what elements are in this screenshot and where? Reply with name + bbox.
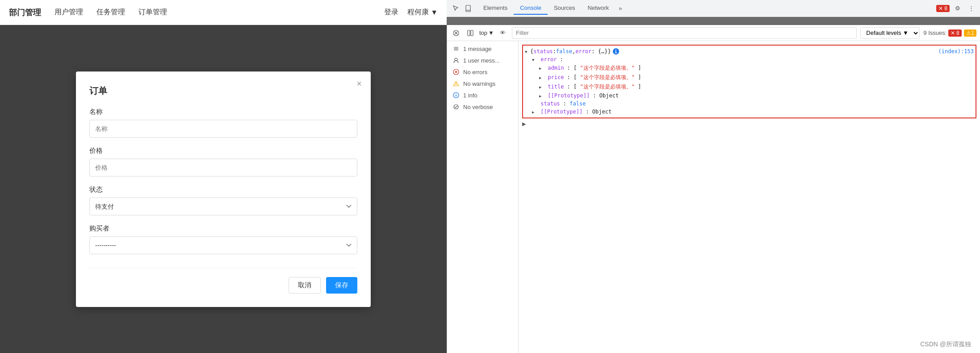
- svg-rect-0: [466, 5, 470, 12]
- filter-input[interactable]: [512, 27, 857, 39]
- expand-error-arrow[interactable]: [532, 56, 537, 63]
- issues-count: 9 Issues: ✕8 ⚠1: [923, 29, 976, 37]
- order-modal: 订单 × 名称 价格 状态 待支付 已支付: [76, 71, 371, 307]
- console-main-text: {: [530, 48, 533, 55]
- sidebar-verbose-label: No verbose: [463, 104, 493, 110]
- expand-price-arrow[interactable]: [539, 74, 544, 80]
- svg-rect-5: [468, 30, 470, 36]
- sidebar-info[interactable]: 1 info: [447, 89, 518, 101]
- console-output: { status : false , error : {…}} i (index…: [519, 41, 980, 353]
- name-field-group: 名称: [89, 108, 357, 138]
- nav-right: 登录 程何康 ▼: [384, 8, 438, 17]
- devtools-device-btn[interactable]: [463, 3, 473, 14]
- error-icon: [452, 68, 460, 76]
- obj-price: price : [ "这个字段是必填项。" ]: [525, 73, 974, 82]
- expand-proto2-arrow[interactable]: [532, 109, 537, 115]
- svg-rect-6: [471, 30, 473, 36]
- devtools-toolbar: top ▼ 👁 Default levels ▼ 9 Issues: ✕8 ⚠1: [447, 25, 980, 41]
- sidebar-info-label: 1 info: [463, 92, 477, 99]
- toggle-sidebar-btn[interactable]: [465, 28, 476, 38]
- settings-btn[interactable]: ⚙: [952, 3, 963, 14]
- cancel-button[interactable]: 取消: [289, 277, 321, 294]
- buyer-field-group: 购买者 ----------: [89, 224, 357, 254]
- modal-close-button[interactable]: ×: [356, 79, 362, 89]
- console-main-line: { status : false , error : {…}} i (index…: [525, 47, 974, 55]
- sidebar-warnings[interactable]: No warnings: [447, 78, 518, 89]
- sidebar-messages[interactable]: 1 message: [447, 43, 518, 55]
- tab-more[interactable]: »: [615, 2, 625, 14]
- list-icon: [452, 45, 460, 52]
- console-more-arrow[interactable]: ▶: [519, 120, 980, 128]
- obj-error-key: error :: [525, 55, 974, 63]
- save-button[interactable]: 保存: [326, 277, 357, 294]
- sidebar-user-messages-label: 1 user mess...: [463, 57, 500, 64]
- buyer-label: 购买者: [89, 224, 357, 233]
- svg-point-10: [455, 58, 457, 61]
- sidebar-errors[interactable]: No errors: [447, 66, 518, 78]
- eye-btn[interactable]: 👁: [498, 28, 508, 38]
- tab-sources[interactable]: Sources: [548, 2, 582, 15]
- modal-overlay: 订单 × 名称 价格 状态 待支付 已支付: [0, 25, 447, 353]
- more-options-btn[interactable]: ⋮: [966, 3, 976, 14]
- expand-title-arrow[interactable]: [539, 84, 544, 90]
- nav-user-mgmt[interactable]: 用户管理: [54, 6, 83, 19]
- brand-label: 部门管理: [9, 7, 41, 18]
- buyer-select[interactable]: ----------: [89, 236, 357, 254]
- modal-footer: 取消 保存: [89, 268, 357, 294]
- console-error-output: { status : false , error : {…}} i (index…: [522, 45, 976, 118]
- devtools-icons: ✕ 8 ⚙ ⋮: [936, 3, 976, 14]
- nav-task-mgmt[interactable]: 任务管理: [96, 6, 125, 19]
- nav-order-mgmt[interactable]: 订单管理: [138, 6, 167, 19]
- sidebar-messages-label: 1 message: [463, 46, 492, 52]
- tab-console[interactable]: Console: [514, 2, 548, 15]
- levels-select[interactable]: Default levels ▼: [860, 27, 920, 39]
- warning-icon: [452, 80, 460, 87]
- main-area: 订单 × 名称 价格 状态 待支付 已支付: [0, 25, 980, 353]
- devtools-inspect-btn[interactable]: [450, 3, 461, 14]
- status-label: 状态: [89, 185, 357, 194]
- sidebar-user-messages[interactable]: 1 user mess...: [447, 55, 518, 66]
- user-menu[interactable]: 程何康 ▼: [407, 8, 438, 17]
- modal-title: 订单: [89, 85, 357, 97]
- top-label: top: [479, 29, 487, 36]
- obj-admin: admin : [ "这个字段是必填项。" ]: [525, 63, 974, 73]
- price-input[interactable]: [89, 159, 357, 176]
- price-label: 价格: [89, 147, 357, 155]
- info-circle-icon: [452, 92, 460, 99]
- obj-title: title : [ "这个字段是必填项。" ]: [525, 82, 974, 92]
- login-link[interactable]: 登录: [384, 8, 398, 17]
- svg-point-15: [456, 85, 456, 85]
- expand-root-arrow[interactable]: [525, 48, 530, 55]
- sidebar-warnings-label: No warnings: [463, 80, 495, 87]
- devtools-panel: top ▼ 👁 Default levels ▼ 9 Issues: ✕8 ⚠1: [447, 25, 980, 353]
- clear-console-btn[interactable]: [451, 28, 461, 38]
- navbar: 部门管理 用户管理 任务管理 订单管理 登录 程何康 ▼: [0, 0, 447, 25]
- user-icon: [452, 57, 460, 64]
- error-count-badge: ✕8: [948, 29, 962, 37]
- console-sidebar: 1 message 1 user mess... No errors: [447, 41, 519, 353]
- app-background: 订单 × 名称 价格 状态 待支付 已支付: [0, 25, 447, 353]
- expand-admin-arrow[interactable]: [539, 65, 544, 71]
- warning-count-badge: ⚠1: [964, 29, 976, 37]
- tab-elements[interactable]: Elements: [477, 2, 514, 15]
- sidebar-errors-label: No errors: [463, 69, 487, 76]
- expand-proto1-arrow[interactable]: [539, 92, 544, 99]
- info-badge-icon: i: [613, 48, 619, 55]
- obj-status: status : false: [525, 100, 974, 108]
- tab-network[interactable]: Network: [582, 2, 616, 15]
- console-source: (index):153: [938, 48, 974, 55]
- watermark: CSDN @所谓孤独: [920, 340, 971, 349]
- sidebar-verbose[interactable]: No verbose: [447, 101, 518, 113]
- issues-badge: ✕ 8: [936, 5, 950, 12]
- devtools-body: 1 message 1 user mess... No errors: [447, 41, 980, 353]
- svg-point-18: [456, 94, 456, 94]
- context-selector[interactable]: top ▼: [479, 29, 494, 36]
- name-label: 名称: [89, 108, 357, 116]
- svg-point-19: [454, 105, 458, 109]
- verbose-icon: [452, 103, 460, 110]
- name-input[interactable]: [89, 120, 357, 138]
- status-select[interactable]: 待支付 已支付 已取消: [89, 198, 357, 215]
- devtools-tabs-bar: Elements Console Sources Network » ✕ 8 ⚙…: [447, 0, 980, 17]
- nav-links: 用户管理 任务管理 订单管理: [54, 6, 384, 19]
- obj-proto2: [[Prototype]] : Object: [525, 108, 974, 116]
